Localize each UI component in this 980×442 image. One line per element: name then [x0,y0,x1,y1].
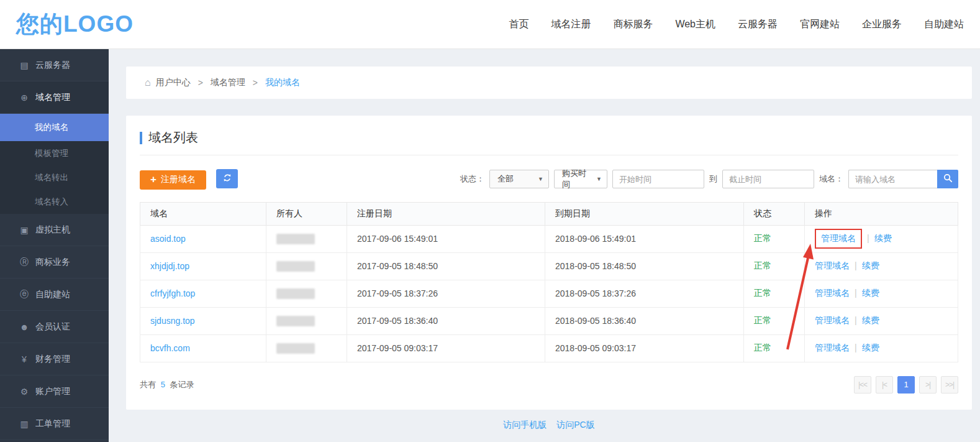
column-header-操作: 操作 [805,202,958,225]
prev-page-button[interactable]: |< [876,376,893,394]
sidebar-item-财务管理[interactable]: ¥财务管理 [0,343,109,375]
renew-link[interactable]: 续费 [862,315,879,325]
actions-cell: 管理域名|续费 [805,307,958,334]
domain-search-input[interactable] [848,170,937,188]
manage-domain-link[interactable]: 管理域名 [815,288,850,298]
renew-link[interactable]: 续费 [862,343,879,352]
registered-date-cell: 2017-09-05 18:36:40 [347,307,545,334]
owner-cell [266,280,347,307]
breadcrumb-section[interactable]: 域名管理 [211,77,245,88]
domain-list-panel: 域名列表 + 注册域名 [126,116,972,410]
search-button[interactable] [937,170,958,188]
domain-link[interactable]: asoid.top [150,234,186,244]
owner-redacted-block [276,316,315,326]
registered-date-cell: 2017-09-06 15:49:01 [347,225,545,252]
action-separator: | [855,315,857,325]
owner-redacted-block [276,261,315,272]
manage-domain-link[interactable]: 管理域名 [815,260,850,270]
domain-filter-label: 域名： [819,173,843,185]
breadcrumb-home[interactable]: 用户中心 [156,77,191,88]
column-header-所有人: 所有人 [266,202,347,225]
sidebar-item-label: 域名管理 [35,92,70,103]
table-row: sjdusng.top2017-09-05 18:36:402018-09-05… [140,307,958,334]
registered-date-cell: 2017-09-05 18:48:50 [347,252,545,280]
action-separator: | [855,288,857,298]
status-badge: 正常 [754,315,771,325]
owner-redacted-block [276,343,315,354]
manage-domain-link[interactable]: 管理域名 [815,315,850,325]
status-cell: 正常 [744,280,805,307]
sidebar-item-云服务器[interactable]: ▤云服务器 [0,49,109,81]
nav-item-云服务器[interactable]: 云服务器 [738,18,778,31]
first-page-button[interactable]: |<< [854,376,871,394]
owner-redacted-block [276,234,315,244]
sidebar-item-商标业务[interactable]: Ⓡ商标业务 [0,246,109,279]
footer-link-访问PC版[interactable]: 访问PC版 [556,420,594,430]
refresh-button[interactable] [216,169,238,188]
time-type-value: 购买时间 [562,168,591,190]
sidebar-subitem-域名转出[interactable]: 域名转出 [0,165,109,190]
sidebar-item-自助建站[interactable]: ⓔ自助建站 [0,279,109,311]
annotation-highlight-box: 管理域名 [815,229,862,249]
breadcrumb-separator: > [253,78,258,88]
start-date-input[interactable] [612,170,704,188]
sidebar-item-账户管理[interactable]: ⚙账户管理 [0,375,109,408]
owner-cell [266,334,347,362]
domain-link[interactable]: bcvfh.com [150,343,190,353]
logo: 您的LOGO [16,9,134,40]
renew-link[interactable]: 续费 [862,260,879,270]
nav-item-企业服务[interactable]: 企业服务 [862,18,902,31]
end-date-input[interactable] [722,170,814,188]
domain-link[interactable]: sjdusng.top [150,316,195,326]
next-page-button[interactable]: >| [919,376,937,394]
sidebar-subitem-域名转入[interactable]: 域名转入 [0,190,109,214]
renew-link[interactable]: 续费 [862,288,879,298]
nav-item-商标服务[interactable]: 商标服务 [613,18,653,31]
nav-item-Web主机[interactable]: Web主机 [675,18,715,31]
register-domain-label: 注册域名 [161,174,196,185]
domain-link[interactable]: xhjdjdj.top [150,261,189,271]
register-domain-button[interactable]: + 注册域名 [140,170,206,190]
domain-cell: sjdusng.top [140,307,266,334]
action-separator: | [855,260,857,270]
registered-date-cell: 2017-09-05 09:03:17 [347,334,545,362]
column-header-到期日期: 到期日期 [545,202,744,225]
owner-cell [266,252,347,280]
column-header-状态: 状态 [744,202,805,225]
time-type-select[interactable]: 购买时间 ▼ [554,170,607,188]
status-select-value: 全部 [497,173,514,185]
registered-date-cell: 2017-09-05 18:37:26 [347,280,545,307]
nav-item-首页[interactable]: 首页 [509,18,529,31]
renew-link[interactable]: 续费 [874,233,892,243]
last-page-button[interactable]: >>| [941,376,958,394]
status-badge: 正常 [754,343,771,352]
sidebar-subitem-模板管理[interactable]: 模板管理 [0,141,109,165]
column-header-注册日期: 注册日期 [347,202,545,225]
server-icon: ▤ [19,60,29,70]
sidebar: ▤云服务器⊕域名管理我的域名模板管理域名转出域名转入▣虚拟主机Ⓡ商标业务ⓔ自助建… [0,49,109,442]
domain-cell: cfrfyjfgh.top [140,280,266,307]
nav-item-自助建站[interactable]: 自助建站 [924,18,964,31]
domain-link[interactable]: cfrfyjfgh.top [150,288,195,298]
nav-item-官网建站[interactable]: 官网建站 [800,18,840,31]
status-filter-label: 状态： [460,173,484,185]
sidebar-item-域名管理[interactable]: ⊕域名管理 [0,81,109,114]
owner-redacted-block [276,288,315,299]
footer-link-访问手机版[interactable]: 访问手机版 [503,420,547,430]
sidebar-item-工单管理[interactable]: ▥工单管理 [0,408,109,440]
status-select[interactable]: 全部 ▼ [489,170,549,188]
manage-domain-link[interactable]: 管理域名 [821,233,856,243]
sidebar-subitem-我的域名[interactable]: 我的域名 [0,114,109,141]
refresh-icon [222,173,232,185]
nav-item-域名注册[interactable]: 域名注册 [551,18,591,31]
sidebar-item-label: 商标业务 [35,257,70,268]
sidebar-item-label: 会员认证 [35,321,70,333]
domain-search-group [848,170,958,188]
title-accent-bar [140,132,142,144]
page-1-button[interactable]: 1 [897,376,915,394]
manage-domain-link[interactable]: 管理域名 [815,343,850,352]
sidebar-item-会员认证[interactable]: ☻会员认证 [0,311,109,343]
sidebar-item-label: 工单管理 [35,418,70,430]
sidebar-item-label: 虚拟主机 [35,224,70,236]
sidebar-item-虚拟主机[interactable]: ▣虚拟主机 [0,214,109,246]
